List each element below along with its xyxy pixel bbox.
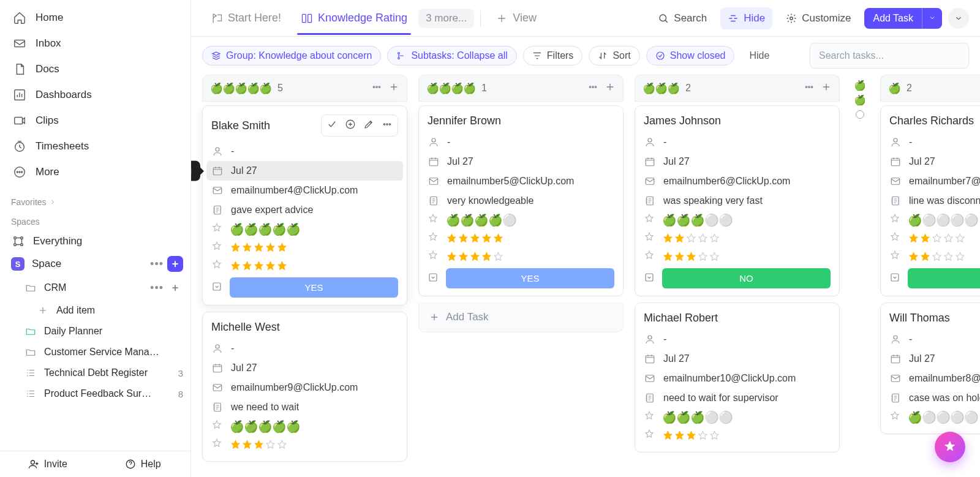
folder-menu[interactable]: •••	[150, 282, 164, 295]
field-assignee[interactable]: -	[211, 141, 398, 161]
nav-inbox[interactable]: Inbox	[5, 31, 186, 56]
field-email[interactable]: emailnumber9@ClickUp.com	[211, 378, 398, 397]
sidebar-list-customer-service[interactable]: Customer Service Manage…	[0, 342, 190, 362]
column-menu[interactable]	[804, 81, 815, 95]
field-date[interactable]: Date created Jul 27	[206, 161, 403, 181]
spaces-section[interactable]: Spaces	[0, 211, 190, 230]
column-add[interactable]	[821, 81, 832, 95]
field-rating-2[interactable]	[428, 247, 614, 266]
task-card[interactable]: Charles Richards - Jul 27 emailnumber7@C…	[880, 105, 980, 296]
column-header[interactable]: 🍏🍏🍏2	[635, 75, 840, 102]
field-rating-1[interactable]	[644, 426, 831, 445]
field-note[interactable]: case was on hold	[889, 388, 980, 408]
tab-knowledge-rating[interactable]: Knowledge Rating	[292, 2, 416, 34]
field-assignee[interactable]: -	[644, 329, 831, 349]
task-card[interactable]: Blake Smith - Date created Jul 27 emailn…	[202, 105, 407, 306]
search-button[interactable]: Search	[650, 7, 714, 29]
field-note[interactable]: need to wait for supervisor	[644, 388, 831, 408]
field-date[interactable]: Jul 27	[889, 152, 980, 171]
nav-more[interactable]: More	[5, 159, 186, 185]
favorites-section[interactable]: Favorites	[0, 191, 190, 211]
field-email[interactable]: emailnumber4@ClickUp.com	[211, 181, 398, 200]
add-task-caret[interactable]	[922, 8, 942, 29]
fab-button[interactable]	[935, 432, 965, 462]
nav-timesheets[interactable]: Timesheets	[5, 133, 186, 159]
sidebar-folder-crm[interactable]: CRM •••+	[0, 276, 190, 300]
tab-start-here[interactable]: Start Here!	[202, 2, 290, 34]
task-card[interactable]: Michelle West - Jul 27 emailnumber9@Clic…	[202, 312, 407, 462]
task-card[interactable]: Will Thomas - Jul 27 emailnumber8@ClickU…	[880, 302, 980, 434]
field-rating-1[interactable]	[644, 229, 831, 247]
invite-button[interactable]: Invite	[0, 451, 96, 477]
field-apples[interactable]: 🍏🍏🍏⚪⚪	[644, 211, 831, 229]
help-button[interactable]: Help	[96, 451, 191, 477]
column-menu[interactable]	[587, 81, 598, 95]
field-email[interactable]: emailnumber7@ClickUp.com	[889, 171, 980, 191]
nav-dashboards[interactable]: Dashboards	[5, 82, 186, 108]
task-search[interactable]	[810, 43, 969, 69]
field-assignee[interactable]: -	[889, 132, 980, 152]
column-header[interactable]: 🍏🍏🍏🍏1	[418, 75, 624, 102]
sidebar-item-space[interactable]: SSpace •••+	[0, 252, 190, 276]
nav-docs[interactable]: Docs	[5, 56, 186, 82]
field-date[interactable]: Jul 27	[211, 358, 398, 378]
board[interactable]: 🍏🍏🍏🍏🍏5 Blake Smith - Date created Jul 27…	[191, 75, 980, 477]
tab-more[interactable]: 3 more...	[418, 9, 474, 28]
field-rating-2[interactable]	[644, 247, 831, 266]
task-card[interactable]: Jennifer Brown - Jul 27 emailnumber5@Cli…	[418, 105, 624, 296]
add-task-button[interactable]: Add Task	[864, 8, 942, 29]
hide-button[interactable]: Hide	[720, 7, 772, 29]
task-card[interactable]: James Johnson - Jul 27 emailnumber6@Clic…	[635, 105, 840, 296]
field-apples[interactable]: 🍏🍏🍏🍏⚪	[428, 211, 614, 229]
field-apples[interactable]: 🍏🍏🍏🍏🍏	[211, 417, 398, 435]
field-assignee[interactable]: -	[211, 339, 398, 358]
field-rating-2[interactable]	[211, 257, 398, 275]
column-menu[interactable]	[371, 81, 382, 95]
field-rating-1[interactable]	[428, 229, 614, 247]
field-date[interactable]: Jul 27	[428, 152, 614, 171]
field-note[interactable]: line was disconnected	[889, 191, 980, 211]
field-email[interactable]: emailnumber8@ClickUp.com	[889, 369, 980, 388]
add-subtask-button[interactable]	[344, 118, 357, 133]
column-add[interactable]	[388, 81, 399, 95]
field-apples[interactable]: 🍏🍏🍏⚪⚪	[644, 408, 831, 426]
field-note[interactable]: very knowledgeable	[428, 191, 614, 211]
field-assignee[interactable]: -	[644, 132, 831, 152]
field-date[interactable]: Jul 27	[889, 349, 980, 369]
field-apples[interactable]: 🍏🍏🍏🍏🍏	[211, 220, 398, 238]
nav-home[interactable]: Home	[5, 5, 186, 31]
column-add[interactable]	[605, 81, 616, 95]
chip-hide[interactable]: Hide	[741, 47, 778, 65]
field-rating-1[interactable]	[211, 238, 398, 257]
field-date[interactable]: Jul 27	[644, 349, 831, 369]
field-assignee[interactable]: -	[428, 132, 614, 152]
overflow-button[interactable]	[948, 8, 969, 29]
customize-button[interactable]: Customize	[778, 7, 858, 29]
field-yesno[interactable]: YES	[211, 275, 398, 298]
space-menu[interactable]: •••	[150, 258, 164, 271]
field-email[interactable]: emailnumber10@ClickUp.com	[644, 369, 831, 388]
space-add-button[interactable]: +	[167, 256, 183, 272]
sidebar-item-everything[interactable]: Everything	[0, 230, 190, 252]
sidebar-list-daily-planner[interactable]: Daily Planner	[0, 321, 190, 342]
add-view-button[interactable]: View	[487, 2, 545, 34]
card-menu-button[interactable]	[380, 118, 394, 133]
edit-button[interactable]	[362, 118, 375, 133]
field-rating-2[interactable]	[889, 247, 980, 266]
field-yesno[interactable]: YES	[428, 266, 614, 288]
task-search-input[interactable]	[810, 43, 969, 69]
sidebar-list-product-feedback[interactable]: Product Feedback Sur…8	[0, 383, 190, 404]
chip-filters[interactable]: Filters	[523, 46, 583, 66]
field-yesno[interactable]: NO	[889, 266, 980, 288]
chip-subtasks[interactable]: Subtasks: Collapse all	[387, 46, 516, 66]
field-apples[interactable]: 🍏⚪⚪⚪⚪	[889, 408, 980, 426]
column-header[interactable]: 🍏2	[880, 75, 980, 102]
task-card[interactable]: Michael Robert - Jul 27 emailnumber10@Cl…	[635, 302, 840, 453]
nav-clips[interactable]: Clips	[5, 108, 186, 133]
field-yesno[interactable]: NO	[644, 266, 831, 288]
sidebar-add-item[interactable]: Add item	[0, 300, 190, 321]
board-column-collapsed[interactable]: 🍏🍏	[851, 75, 869, 477]
field-note[interactable]: gave expert advice	[211, 200, 398, 220]
sidebar-list-tech-debt[interactable]: Technical Debt Register3	[0, 362, 190, 383]
field-apples[interactable]: 🍏⚪⚪⚪⚪	[889, 211, 980, 229]
